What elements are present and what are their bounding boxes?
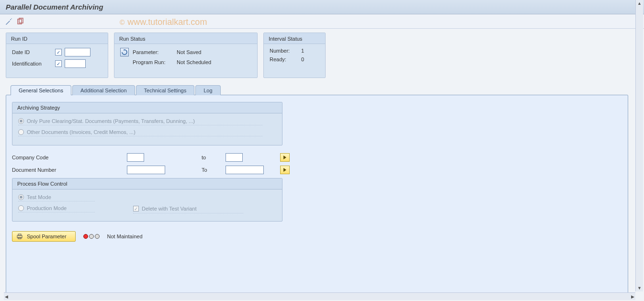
archiving-strategy-title: Archiving Strategy xyxy=(12,102,282,113)
vertical-scrollbar[interactable]: ▲ ▼ xyxy=(635,0,643,291)
pfc-test-mode[interactable]: Test Mode xyxy=(18,194,95,201)
arch-option-pure-clearing[interactable]: Only Pure Clearing/Stat. Documents (Paym… xyxy=(18,118,262,125)
toolbar xyxy=(0,14,644,29)
interval-status-panel: Interval Status Number: 1 Ready: 0 xyxy=(263,33,326,78)
interval-ready-label: Ready: xyxy=(270,56,298,62)
run-id-panel: Run ID Date ID ✓ Identification ✓ xyxy=(6,33,108,78)
title-bar: Parallel Document Archiving xyxy=(0,0,644,14)
interval-number-value: 1 xyxy=(301,48,304,54)
run-id-title: Run ID xyxy=(6,33,108,44)
spool-parameter-button[interactable]: Spool Parameter xyxy=(12,231,76,242)
company-code-from-input[interactable] xyxy=(127,153,144,162)
process-flow-title: Process Flow Control xyxy=(12,178,282,190)
arch-option-other-docs[interactable]: Other Documents (Invoices, Credit Memos,… xyxy=(18,129,262,136)
company-code-label: Company Code xyxy=(12,155,127,160)
checkbox-icon: ✓ xyxy=(133,206,139,212)
tab-strip: General Selections Additional Selection … xyxy=(11,85,638,95)
archiving-strategy-group: Archiving Strategy Only Pure Clearing/St… xyxy=(12,102,282,145)
scroll-down-icon[interactable]: ▼ xyxy=(637,286,642,290)
tab-pane-general: Archiving Strategy Only Pure Clearing/St… xyxy=(6,95,628,296)
radio-icon xyxy=(18,118,24,124)
date-id-input[interactable] xyxy=(65,48,90,56)
main-content: Run ID Date ID ✓ Identification ✓ Run St… xyxy=(0,29,644,300)
document-number-to-label: To xyxy=(202,167,226,173)
interval-number-label: Number: xyxy=(270,48,298,54)
company-code-to-label: to xyxy=(202,155,226,160)
document-number-label: Document Number xyxy=(12,167,127,173)
pfc-production-mode[interactable]: Production Mode xyxy=(18,205,95,212)
company-code-multi-button[interactable] xyxy=(280,153,290,162)
parameter-label: Parameter: xyxy=(133,49,177,55)
company-code-to-input[interactable] xyxy=(226,153,243,162)
svg-rect-5 xyxy=(18,234,21,235)
page-title: Parallel Document Archiving xyxy=(6,3,638,11)
process-flow-group: Process Flow Control Test Mode Productio… xyxy=(12,178,282,222)
summary-panels: Run ID Date ID ✓ Identification ✓ Run St… xyxy=(6,33,638,78)
document-number-multi-button[interactable] xyxy=(280,166,290,174)
document-number-from-input[interactable] xyxy=(127,166,165,174)
tab-technical-settings[interactable]: Technical Settings xyxy=(136,85,195,95)
date-id-label: Date ID xyxy=(12,49,52,55)
radio-icon xyxy=(18,205,24,211)
spool-parameter-label: Spool Parameter xyxy=(27,234,67,239)
pfc-delete-variant-label: Delete with Test Variant xyxy=(142,206,197,212)
radio-icon xyxy=(18,194,24,200)
scroll-left-icon[interactable]: ◀ xyxy=(5,294,8,299)
document-number-to-input[interactable] xyxy=(226,166,264,174)
document-number-row: Document Number To xyxy=(12,166,290,174)
horizontal-scrollbar[interactable]: ◀ ▶ xyxy=(4,292,635,300)
spool-status: Not Maintained xyxy=(107,234,143,239)
arch-option-other-docs-label: Other Documents (Invoices, Credit Memos,… xyxy=(27,129,136,135)
run-status-title: Run Status xyxy=(114,33,257,44)
printer-icon xyxy=(16,233,23,240)
interval-status-title: Interval Status xyxy=(264,33,325,44)
program-run-label: Program Run: xyxy=(133,59,177,65)
identification-check-icon[interactable]: ✓ xyxy=(55,60,62,67)
arrow-right-icon xyxy=(282,155,287,160)
date-id-check-icon[interactable]: ✓ xyxy=(55,49,62,56)
interval-ready-value: 0 xyxy=(301,56,304,62)
pfc-delete-variant[interactable]: ✓ Delete with Test Variant xyxy=(133,205,243,213)
spool-row: Spool Parameter Not Maintained xyxy=(12,231,622,242)
tab-general-selections[interactable]: General Selections xyxy=(11,85,71,95)
wand-icon[interactable] xyxy=(5,18,12,25)
pfc-production-mode-label: Production Mode xyxy=(27,205,67,211)
svg-point-0 xyxy=(10,19,11,20)
pfc-test-mode-label: Test Mode xyxy=(27,194,51,200)
company-code-row: Company Code to xyxy=(12,153,290,162)
tab-log[interactable]: Log xyxy=(195,85,220,95)
scroll-right-icon[interactable]: ▶ xyxy=(631,294,634,299)
status-refresh-icon[interactable] xyxy=(120,48,129,56)
copy-icon[interactable] xyxy=(16,18,24,25)
run-status-panel: Run Status Parameter: Not Saved Program … xyxy=(114,33,258,78)
identification-label: Identification xyxy=(12,61,52,67)
tab-additional-selection[interactable]: Additional Selection xyxy=(72,85,135,95)
parameter-value: Not Saved xyxy=(177,49,201,55)
radio-icon xyxy=(18,129,24,135)
arch-option-pure-clearing-label: Only Pure Clearing/Stat. Documents (Paym… xyxy=(27,118,195,124)
scroll-up-icon[interactable]: ▲ xyxy=(637,1,642,6)
arrow-right-icon xyxy=(282,167,287,172)
identification-input[interactable] xyxy=(65,59,86,68)
traffic-light-icon xyxy=(83,234,100,239)
svg-point-1 xyxy=(11,18,12,19)
program-run-value: Not Scheduled xyxy=(177,59,211,65)
